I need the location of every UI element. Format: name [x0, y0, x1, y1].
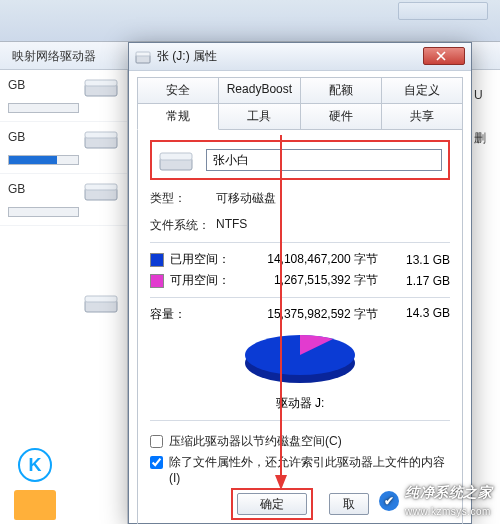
svg-rect-5 [85, 184, 117, 190]
used-swatch [150, 253, 164, 267]
drive-size-label: GB [8, 130, 25, 144]
svg-rect-11 [160, 153, 192, 160]
drive-icon [83, 178, 119, 204]
tab-readyboost[interactable]: ReadyBoost [219, 77, 300, 103]
index-label: 除了文件属性外，还允许索引此驱动器上文件的内容(I) [169, 454, 450, 485]
properties-dialog: 张 (J:) 属性 安全 ReadyBoost 配额 自定义 常规 工具 硬件 … [128, 42, 472, 524]
tab-security[interactable]: 安全 [137, 77, 219, 103]
drive-icon [83, 126, 119, 152]
free-bytes: 1,267,515,392 字节 [236, 272, 390, 289]
drive-item[interactable]: GB [0, 174, 127, 226]
volume-name-input[interactable] [206, 149, 442, 171]
index-checkbox[interactable] [150, 456, 163, 469]
map-network-drive-label[interactable]: 映射网络驱动器 [12, 49, 96, 63]
free-label: 可用空间： [170, 272, 236, 289]
type-value: 可移动磁盘 [216, 190, 276, 207]
clip-del: 删 [474, 130, 496, 147]
filesystem-value: NTFS [216, 217, 247, 234]
compress-option[interactable]: 压缩此驱动器以节约磁盘空间(C) [150, 433, 450, 450]
free-swatch [150, 274, 164, 288]
tab-hardware[interactable]: 硬件 [301, 103, 382, 129]
ok-button-highlight: 确定 [231, 488, 313, 520]
drive-size-label: GB [8, 182, 25, 196]
dialog-titlebar[interactable]: 张 (J:) 属性 [129, 43, 471, 71]
drive-letter-label: 驱动器 J: [150, 395, 450, 412]
ok-button[interactable]: 确定 [237, 493, 307, 515]
dialog-title-text: 张 (J:) 属性 [157, 48, 217, 65]
usage-section: 已用空间： 14,108,467,200 字节 13.1 GB 可用空间： 1,… [150, 251, 450, 289]
tab-custom[interactable]: 自定义 [382, 77, 463, 103]
drive-icon [83, 74, 119, 100]
app-k-icon[interactable]: K [18, 448, 52, 482]
drive-item[interactable]: GB [0, 70, 127, 122]
filesystem-label: 文件系统： [150, 217, 216, 234]
svg-rect-3 [85, 132, 117, 138]
drive-size-label: GB [8, 78, 25, 92]
drive-icon [83, 290, 119, 316]
right-edge-clip: U 删 [470, 70, 500, 524]
capacity-bytes: 15,375,982,592 字节 [236, 306, 390, 323]
cancel-button[interactable]: 取 [329, 493, 369, 515]
used-label: 已用空间： [170, 251, 236, 268]
capacity-gb: 14.3 GB [390, 306, 450, 323]
free-gb: 1.17 GB [390, 274, 450, 288]
type-label: 类型： [150, 190, 216, 207]
drive-icon [135, 49, 151, 65]
tab-general[interactable]: 常规 [137, 103, 219, 130]
folder-icon[interactable] [14, 490, 56, 520]
drive-item[interactable]: GB [0, 122, 127, 174]
watermark-text: 纯净系统之家 [405, 484, 492, 500]
tab-tools[interactable]: 工具 [219, 103, 300, 129]
usage-pie [150, 327, 450, 393]
name-field-highlight [150, 140, 450, 180]
used-gb: 13.1 GB [390, 253, 450, 267]
window-controls-bg [398, 2, 488, 20]
svg-rect-9 [136, 52, 150, 56]
drive-item[interactable] [0, 286, 127, 338]
close-button[interactable] [423, 47, 465, 65]
index-option[interactable]: 除了文件属性外，还允许索引此驱动器上文件的内容(I) [150, 454, 450, 485]
tab-sharing[interactable]: 共享 [382, 103, 463, 129]
used-bytes: 14,108,467,200 字节 [236, 251, 390, 268]
watermark-logo-icon: ✔ [379, 491, 399, 511]
capacity-label: 容量： [150, 306, 236, 323]
tab-quota[interactable]: 配额 [301, 77, 382, 103]
watermark-url: www.kzmsys.com [405, 506, 491, 517]
svg-rect-1 [85, 80, 117, 86]
clip-u: U [474, 88, 496, 102]
close-icon [436, 51, 446, 61]
compress-label: 压缩此驱动器以节约磁盘空间(C) [169, 433, 342, 450]
drive-icon [158, 146, 194, 174]
watermark: ✔ 纯净系统之家 www.kzmsys.com [379, 484, 492, 518]
tab-pane-general: 类型： 可移动磁盘 文件系统： NTFS 已用空间： 14,108,467,20… [137, 129, 463, 524]
svg-rect-7 [85, 296, 117, 302]
tab-strip: 安全 ReadyBoost 配额 自定义 常规 工具 硬件 共享 [137, 77, 463, 129]
explorer-titlebar [0, 0, 500, 42]
compress-checkbox[interactable] [150, 435, 163, 448]
